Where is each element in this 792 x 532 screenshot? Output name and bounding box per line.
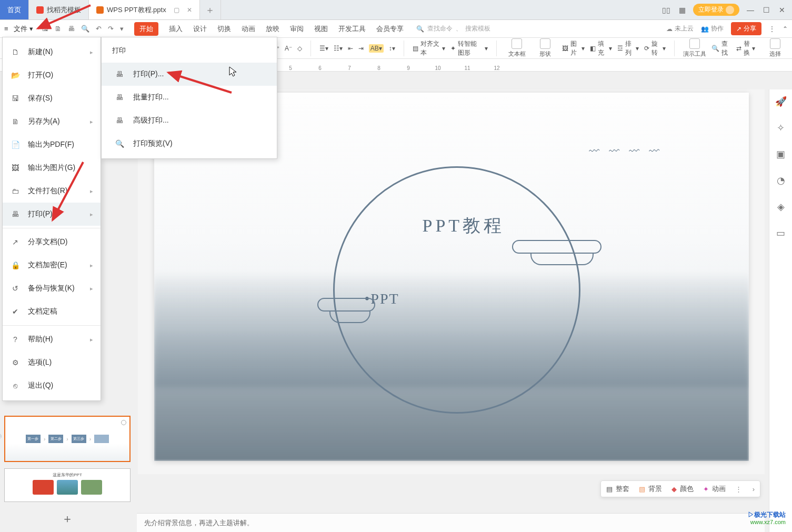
fill-button[interactable]: ◧ 填充▾ bbox=[590, 39, 612, 57]
slide-action-bar: ▤整套 ▧背景 ◆颜色 ✦动画 ⋮ › bbox=[600, 480, 760, 497]
thumb-slide-5[interactable]: 第一步› 第二步› 第三步› bbox=[4, 416, 131, 462]
select-button[interactable]: 选择 bbox=[764, 38, 787, 58]
file-menu-share-doc[interactable]: ↗分享文档(D) bbox=[3, 230, 101, 254]
tab-view[interactable]: 视图 bbox=[314, 24, 328, 34]
tab-slideshow[interactable]: 放映 bbox=[266, 24, 279, 34]
share-label: 分享 bbox=[744, 24, 756, 33]
add-tab-button[interactable]: ＋ bbox=[200, 0, 221, 19]
palette-icon[interactable]: ◔ bbox=[777, 175, 785, 186]
set-icon: ▤ bbox=[606, 485, 613, 493]
cloud-status[interactable]: ☁ 未上云 bbox=[666, 24, 694, 33]
file-menu-save[interactable]: 🖫保存(S) bbox=[3, 87, 101, 110]
file-menu-finalize[interactable]: ✔文档定稿 bbox=[3, 300, 101, 323]
notes-text: 先介绍背景信息，再进入主题讲解。 bbox=[144, 518, 254, 528]
clear-format-icon[interactable]: ◇ bbox=[297, 45, 302, 52]
find-button[interactable]: 🔍 查找 bbox=[711, 39, 728, 57]
menubar-right: ☁ 未上云 👥 协作 ↗ 分享 ⋮ ⌃ bbox=[666, 22, 788, 35]
rocket-icon[interactable]: 🚀 bbox=[775, 96, 787, 107]
file-menu-encrypt[interactable]: 🔒文档加密(E)▸ bbox=[3, 254, 101, 277]
thumb6-cell1 bbox=[33, 480, 54, 495]
book-icon[interactable]: ▭ bbox=[776, 227, 785, 239]
demo-tool-button[interactable]: 演示工具 bbox=[683, 38, 706, 58]
textbox-button[interactable]: 文本框 bbox=[505, 38, 528, 58]
birds-icon: 〰〰〰〰 bbox=[589, 145, 659, 157]
minimize-button[interactable]: — bbox=[746, 5, 755, 15]
command-search[interactable]: 🔍 查找命令、 搜索模板 bbox=[416, 24, 490, 33]
action-animation-button[interactable]: ✦动画 bbox=[703, 484, 726, 494]
tab-animation[interactable]: 动画 bbox=[242, 24, 255, 34]
tab-member[interactable]: 会员专享 bbox=[376, 24, 404, 34]
file-menu-open[interactable]: 📂打开(O) bbox=[3, 64, 101, 87]
share-button[interactable]: ↗ 分享 bbox=[731, 22, 761, 35]
indent-left-icon[interactable]: ⇤ bbox=[348, 45, 353, 52]
tab-start[interactable]: 开始 bbox=[134, 22, 158, 36]
redo-icon[interactable]: ↷ bbox=[108, 25, 114, 33]
tab-home[interactable]: 首页 bbox=[0, 0, 29, 19]
notes-status-bar[interactable]: 先介绍背景信息，再进入主题讲解。 bbox=[137, 513, 765, 532]
check-icon: ✔ bbox=[10, 306, 21, 317]
svg-line-2 bbox=[168, 73, 232, 93]
close-tab-icon[interactable]: ✕ bbox=[187, 6, 192, 14]
more-actions-icon[interactable]: ⋮ bbox=[735, 485, 743, 493]
arrange-button[interactable]: ☲ 排列▾ bbox=[617, 39, 639, 57]
collapse-ribbon-icon[interactable]: ⌃ bbox=[783, 25, 788, 33]
text-direction-icon[interactable]: ↕▾ bbox=[389, 45, 395, 52]
thumb-slide-6[interactable]: 这是东华的PPT bbox=[4, 468, 131, 502]
close-window-button[interactable]: ✕ bbox=[777, 5, 787, 15]
indent-right-icon[interactable]: ⇥ bbox=[358, 45, 364, 52]
cloud-ornament-right bbox=[512, 240, 601, 254]
svg-line-1 bbox=[53, 162, 83, 220]
tab-home-label: 首页 bbox=[7, 5, 21, 15]
file-menu-export-pdf[interactable]: 📄输出为PDF(F) bbox=[3, 133, 101, 156]
action-background-button[interactable]: ▧背景 bbox=[639, 484, 662, 494]
tab-design[interactable]: 设计 bbox=[193, 24, 207, 34]
smart-graphic-button[interactable]: ✦ 转智能图形▾ bbox=[450, 39, 488, 57]
file-menu-help[interactable]: ?帮助(H)▸ bbox=[3, 328, 101, 351]
action-color-button[interactable]: ◆颜色 bbox=[671, 484, 694, 494]
file-menu-backup[interactable]: ↺备份与恢复(K)▸ bbox=[3, 277, 101, 300]
bullets-icon[interactable]: ☰▾ bbox=[319, 45, 328, 52]
print-item-advanced[interactable]: 🖶高级打印... bbox=[102, 109, 277, 132]
backup-icon: ↺ bbox=[10, 283, 21, 294]
hamburger-icon[interactable]: ≡ bbox=[4, 25, 8, 33]
file-menu-new[interactable]: 🗋新建(N)▸ bbox=[3, 41, 101, 64]
tab-transition[interactable]: 切换 bbox=[217, 24, 231, 34]
qat-dropdown-icon[interactable]: ▾ bbox=[120, 25, 124, 33]
align-text-button[interactable]: ▤ 对齐文本▾ bbox=[413, 39, 445, 57]
popout-icon[interactable]: ▢ bbox=[174, 6, 179, 14]
shape-button[interactable]: 形状 bbox=[534, 38, 557, 58]
lock-icon: 🔒 bbox=[10, 260, 21, 270]
print-preview-icon: 🔍 bbox=[114, 138, 125, 149]
next-variation-icon[interactable]: › bbox=[753, 485, 755, 493]
add-slide-button[interactable]: ＋ bbox=[4, 508, 131, 529]
more-menu-icon[interactable]: ⋮ bbox=[769, 25, 775, 33]
replace-button[interactable]: ⇄ 替换▾ bbox=[736, 39, 755, 57]
tab-document[interactable]: WPS PPT教程.pptx ▢ ✕ bbox=[89, 0, 200, 19]
action-set-button[interactable]: ▤整套 bbox=[606, 484, 629, 494]
search-hint-label: 查找命令 bbox=[427, 24, 453, 33]
diamond-icon[interactable]: ◈ bbox=[777, 201, 785, 213]
grid-apps-icon[interactable]: ▦ bbox=[677, 5, 687, 15]
decrease-font-icon[interactable]: A⁻ bbox=[285, 45, 292, 52]
collab-button[interactable]: 👥 协作 bbox=[701, 24, 724, 33]
cloud-ornament-left bbox=[317, 298, 375, 312]
maximize-button[interactable]: ☐ bbox=[761, 5, 771, 15]
rotate-button[interactable]: ⟳ 旋转▾ bbox=[644, 39, 666, 57]
save-as-icon: 🗎 bbox=[10, 116, 21, 127]
layers-icon[interactable]: ▣ bbox=[776, 148, 785, 160]
login-button[interactable]: 立即登录 bbox=[693, 4, 739, 16]
star-outline-icon[interactable]: ✧ bbox=[777, 122, 785, 134]
reading-layout-icon[interactable]: ▯▯ bbox=[661, 5, 671, 15]
tab-review[interactable]: 审阅 bbox=[290, 24, 304, 34]
file-menu-exit[interactable]: ⎋退出(Q) bbox=[3, 374, 101, 397]
file-menu-options[interactable]: ⚙选项(L) bbox=[3, 351, 101, 374]
numbering-icon[interactable]: ☷▾ bbox=[334, 45, 343, 52]
file-menu-saveas[interactable]: 🗎另存为(A)▸ bbox=[3, 110, 101, 133]
tab-devtools[interactable]: 开发工具 bbox=[338, 24, 366, 34]
undo-icon[interactable]: ↶ bbox=[96, 25, 102, 33]
highlight-icon[interactable]: AB▾ bbox=[369, 44, 384, 53]
file-menu-button[interactable]: 文件 ▾ bbox=[14, 24, 33, 34]
tab-insert[interactable]: 插入 bbox=[169, 24, 183, 34]
print-item-preview[interactable]: 🔍打印预览(V) bbox=[102, 132, 277, 155]
image-button[interactable]: 🖼 图片▾ bbox=[562, 39, 585, 57]
